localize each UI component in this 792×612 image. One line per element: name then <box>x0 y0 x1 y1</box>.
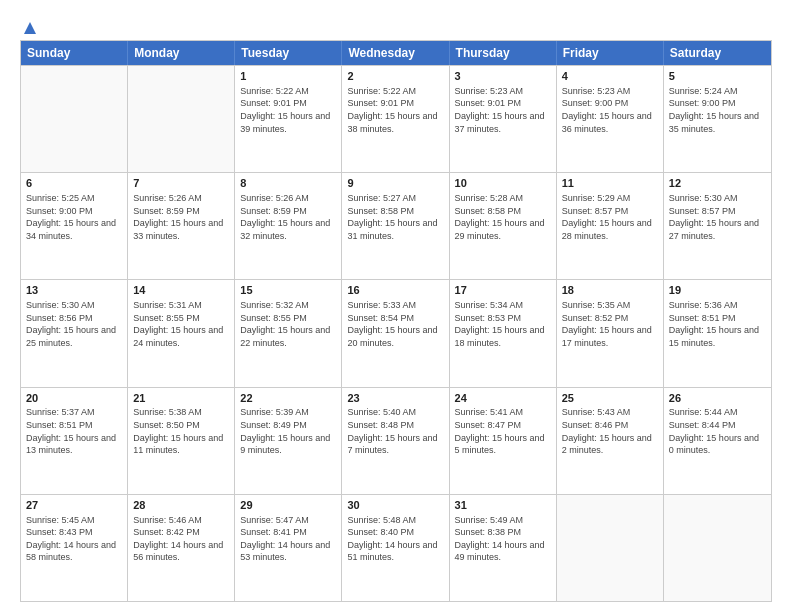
day-of-week-header: Sunday <box>21 41 128 65</box>
cell-sun-info: Sunrise: 5:31 AM Sunset: 8:55 PM Dayligh… <box>133 299 229 349</box>
calendar-cell: 30Sunrise: 5:48 AM Sunset: 8:40 PM Dayli… <box>342 495 449 601</box>
cell-day-number: 27 <box>26 498 122 513</box>
cell-day-number: 21 <box>133 391 229 406</box>
cell-day-number: 31 <box>455 498 551 513</box>
calendar-cell: 27Sunrise: 5:45 AM Sunset: 8:43 PM Dayli… <box>21 495 128 601</box>
cell-day-number: 4 <box>562 69 658 84</box>
cell-sun-info: Sunrise: 5:27 AM Sunset: 8:58 PM Dayligh… <box>347 192 443 242</box>
cell-sun-info: Sunrise: 5:37 AM Sunset: 8:51 PM Dayligh… <box>26 406 122 456</box>
calendar-cell: 28Sunrise: 5:46 AM Sunset: 8:42 PM Dayli… <box>128 495 235 601</box>
cell-sun-info: Sunrise: 5:46 AM Sunset: 8:42 PM Dayligh… <box>133 514 229 564</box>
day-of-week-header: Thursday <box>450 41 557 65</box>
calendar-cell: 5Sunrise: 5:24 AM Sunset: 9:00 PM Daylig… <box>664 66 771 172</box>
cell-day-number: 18 <box>562 283 658 298</box>
calendar-week-row: 27Sunrise: 5:45 AM Sunset: 8:43 PM Dayli… <box>21 494 771 601</box>
calendar-cell: 15Sunrise: 5:32 AM Sunset: 8:55 PM Dayli… <box>235 280 342 386</box>
cell-sun-info: Sunrise: 5:49 AM Sunset: 8:38 PM Dayligh… <box>455 514 551 564</box>
cell-sun-info: Sunrise: 5:33 AM Sunset: 8:54 PM Dayligh… <box>347 299 443 349</box>
cell-sun-info: Sunrise: 5:32 AM Sunset: 8:55 PM Dayligh… <box>240 299 336 349</box>
cell-day-number: 2 <box>347 69 443 84</box>
calendar-header: SundayMondayTuesdayWednesdayThursdayFrid… <box>21 41 771 65</box>
cell-sun-info: Sunrise: 5:26 AM Sunset: 8:59 PM Dayligh… <box>240 192 336 242</box>
calendar-cell: 18Sunrise: 5:35 AM Sunset: 8:52 PM Dayli… <box>557 280 664 386</box>
cell-day-number: 5 <box>669 69 766 84</box>
day-of-week-header: Friday <box>557 41 664 65</box>
calendar-cell <box>128 66 235 172</box>
calendar-cell <box>664 495 771 601</box>
calendar-cell: 20Sunrise: 5:37 AM Sunset: 8:51 PM Dayli… <box>21 388 128 494</box>
cell-sun-info: Sunrise: 5:23 AM Sunset: 9:00 PM Dayligh… <box>562 85 658 135</box>
calendar-week-row: 1Sunrise: 5:22 AM Sunset: 9:01 PM Daylig… <box>21 65 771 172</box>
calendar-cell: 25Sunrise: 5:43 AM Sunset: 8:46 PM Dayli… <box>557 388 664 494</box>
cell-sun-info: Sunrise: 5:40 AM Sunset: 8:48 PM Dayligh… <box>347 406 443 456</box>
cell-day-number: 14 <box>133 283 229 298</box>
cell-sun-info: Sunrise: 5:23 AM Sunset: 9:01 PM Dayligh… <box>455 85 551 135</box>
calendar-cell: 1Sunrise: 5:22 AM Sunset: 9:01 PM Daylig… <box>235 66 342 172</box>
cell-sun-info: Sunrise: 5:48 AM Sunset: 8:40 PM Dayligh… <box>347 514 443 564</box>
cell-day-number: 20 <box>26 391 122 406</box>
day-of-week-header: Tuesday <box>235 41 342 65</box>
cell-sun-info: Sunrise: 5:26 AM Sunset: 8:59 PM Dayligh… <box>133 192 229 242</box>
cell-sun-info: Sunrise: 5:43 AM Sunset: 8:46 PM Dayligh… <box>562 406 658 456</box>
cell-day-number: 16 <box>347 283 443 298</box>
calendar-cell: 22Sunrise: 5:39 AM Sunset: 8:49 PM Dayli… <box>235 388 342 494</box>
svg-marker-0 <box>24 22 36 34</box>
calendar-body: 1Sunrise: 5:22 AM Sunset: 9:01 PM Daylig… <box>21 65 771 601</box>
calendar-cell: 29Sunrise: 5:47 AM Sunset: 8:41 PM Dayli… <box>235 495 342 601</box>
calendar-cell: 10Sunrise: 5:28 AM Sunset: 8:58 PM Dayli… <box>450 173 557 279</box>
cell-sun-info: Sunrise: 5:45 AM Sunset: 8:43 PM Dayligh… <box>26 514 122 564</box>
cell-day-number: 12 <box>669 176 766 191</box>
cell-sun-info: Sunrise: 5:22 AM Sunset: 9:01 PM Dayligh… <box>347 85 443 135</box>
cell-sun-info: Sunrise: 5:38 AM Sunset: 8:50 PM Dayligh… <box>133 406 229 456</box>
cell-day-number: 3 <box>455 69 551 84</box>
cell-sun-info: Sunrise: 5:22 AM Sunset: 9:01 PM Dayligh… <box>240 85 336 135</box>
calendar-cell: 8Sunrise: 5:26 AM Sunset: 8:59 PM Daylig… <box>235 173 342 279</box>
calendar-cell: 17Sunrise: 5:34 AM Sunset: 8:53 PM Dayli… <box>450 280 557 386</box>
cell-day-number: 7 <box>133 176 229 191</box>
calendar-cell: 2Sunrise: 5:22 AM Sunset: 9:01 PM Daylig… <box>342 66 449 172</box>
cell-sun-info: Sunrise: 5:34 AM Sunset: 8:53 PM Dayligh… <box>455 299 551 349</box>
cell-day-number: 8 <box>240 176 336 191</box>
cell-sun-info: Sunrise: 5:25 AM Sunset: 9:00 PM Dayligh… <box>26 192 122 242</box>
day-of-week-header: Monday <box>128 41 235 65</box>
cell-day-number: 11 <box>562 176 658 191</box>
cell-day-number: 17 <box>455 283 551 298</box>
cell-day-number: 26 <box>669 391 766 406</box>
calendar-cell: 21Sunrise: 5:38 AM Sunset: 8:50 PM Dayli… <box>128 388 235 494</box>
calendar-week-row: 20Sunrise: 5:37 AM Sunset: 8:51 PM Dayli… <box>21 387 771 494</box>
calendar-cell: 7Sunrise: 5:26 AM Sunset: 8:59 PM Daylig… <box>128 173 235 279</box>
calendar-week-row: 13Sunrise: 5:30 AM Sunset: 8:56 PM Dayli… <box>21 279 771 386</box>
cell-day-number: 1 <box>240 69 336 84</box>
cell-day-number: 19 <box>669 283 766 298</box>
cell-day-number: 28 <box>133 498 229 513</box>
cell-sun-info: Sunrise: 5:47 AM Sunset: 8:41 PM Dayligh… <box>240 514 336 564</box>
cell-day-number: 9 <box>347 176 443 191</box>
calendar: SundayMondayTuesdayWednesdayThursdayFrid… <box>20 40 772 602</box>
cell-sun-info: Sunrise: 5:39 AM Sunset: 8:49 PM Dayligh… <box>240 406 336 456</box>
logo-icon <box>22 20 38 36</box>
day-of-week-header: Saturday <box>664 41 771 65</box>
calendar-cell: 23Sunrise: 5:40 AM Sunset: 8:48 PM Dayli… <box>342 388 449 494</box>
calendar-cell: 31Sunrise: 5:49 AM Sunset: 8:38 PM Dayli… <box>450 495 557 601</box>
cell-sun-info: Sunrise: 5:41 AM Sunset: 8:47 PM Dayligh… <box>455 406 551 456</box>
calendar-cell: 6Sunrise: 5:25 AM Sunset: 9:00 PM Daylig… <box>21 173 128 279</box>
cell-day-number: 30 <box>347 498 443 513</box>
cell-sun-info: Sunrise: 5:36 AM Sunset: 8:51 PM Dayligh… <box>669 299 766 349</box>
cell-sun-info: Sunrise: 5:30 AM Sunset: 8:56 PM Dayligh… <box>26 299 122 349</box>
calendar-cell: 16Sunrise: 5:33 AM Sunset: 8:54 PM Dayli… <box>342 280 449 386</box>
calendar-cell: 24Sunrise: 5:41 AM Sunset: 8:47 PM Dayli… <box>450 388 557 494</box>
calendar-cell: 4Sunrise: 5:23 AM Sunset: 9:00 PM Daylig… <box>557 66 664 172</box>
cell-day-number: 22 <box>240 391 336 406</box>
calendar-cell <box>21 66 128 172</box>
calendar-cell: 9Sunrise: 5:27 AM Sunset: 8:58 PM Daylig… <box>342 173 449 279</box>
calendar-cell: 19Sunrise: 5:36 AM Sunset: 8:51 PM Dayli… <box>664 280 771 386</box>
cell-day-number: 15 <box>240 283 336 298</box>
calendar-cell: 12Sunrise: 5:30 AM Sunset: 8:57 PM Dayli… <box>664 173 771 279</box>
cell-day-number: 29 <box>240 498 336 513</box>
cell-sun-info: Sunrise: 5:24 AM Sunset: 9:00 PM Dayligh… <box>669 85 766 135</box>
calendar-cell <box>557 495 664 601</box>
calendar-cell: 26Sunrise: 5:44 AM Sunset: 8:44 PM Dayli… <box>664 388 771 494</box>
cell-day-number: 24 <box>455 391 551 406</box>
calendar-cell: 13Sunrise: 5:30 AM Sunset: 8:56 PM Dayli… <box>21 280 128 386</box>
cell-day-number: 25 <box>562 391 658 406</box>
